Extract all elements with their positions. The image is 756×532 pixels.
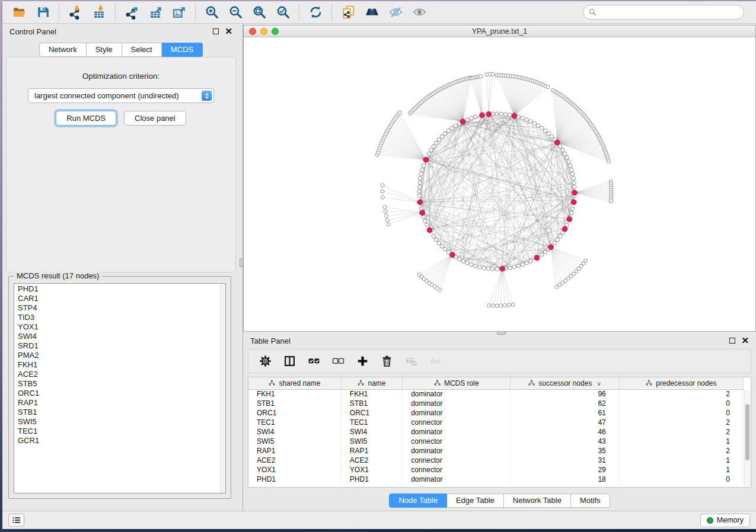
tab-network-table[interactable]: Network Table xyxy=(504,493,571,508)
network-leaf-node[interactable] xyxy=(381,196,384,199)
network-dominator-node[interactable] xyxy=(572,190,578,196)
open-file-button[interactable] xyxy=(7,3,31,22)
network-node[interactable] xyxy=(461,259,465,263)
network-node[interactable] xyxy=(495,112,499,116)
network-leaf-node[interactable] xyxy=(398,111,401,114)
network-leaf-node[interactable] xyxy=(511,303,515,306)
mcds-result-item[interactable]: YOX1 xyxy=(15,322,219,332)
mcds-result-item[interactable]: STB1 xyxy=(15,408,219,417)
optimization-criterion-select[interactable]: largest connected component (undirected) xyxy=(28,88,214,103)
window-zoom-icon[interactable] xyxy=(272,28,279,35)
network-leaf-node[interactable] xyxy=(507,303,511,307)
network-node[interactable] xyxy=(450,126,454,130)
deselect-all-button[interactable] xyxy=(331,354,345,368)
table-row[interactable]: STB1STB1dominator620 xyxy=(248,399,744,408)
network-leaf-node[interactable] xyxy=(503,304,506,307)
network-node[interactable] xyxy=(440,244,444,248)
first-neighbors-button[interactable] xyxy=(360,3,384,22)
network-node[interactable] xyxy=(474,115,477,118)
network-dominator-node[interactable] xyxy=(450,252,455,258)
network-node[interactable] xyxy=(561,148,564,152)
table-row[interactable]: ACE2ACE2connector311 xyxy=(248,456,744,465)
clone-network-button[interactable] xyxy=(336,3,360,22)
network-node[interactable] xyxy=(529,120,532,123)
network-node[interactable] xyxy=(419,172,423,176)
network-node[interactable] xyxy=(432,235,435,238)
column-header-predecessor-nodes[interactable]: predecessor nodes xyxy=(619,377,743,389)
table-row[interactable]: PHD1PHD1dominator180 xyxy=(248,475,744,484)
table-splitter-handle[interactable] xyxy=(497,331,506,335)
tab-motifs[interactable]: Motifs xyxy=(571,493,610,508)
mcds-result-item[interactable]: SWI5 xyxy=(15,417,219,427)
network-node[interactable] xyxy=(482,266,486,270)
mcds-result-list[interactable]: PHD1CAR1STP4TID3YOX1SWI4SRD1PMA2FKH1ACE2… xyxy=(14,283,226,493)
network-node[interactable] xyxy=(495,267,499,271)
network-node[interactable] xyxy=(543,129,547,132)
network-node[interactable] xyxy=(572,181,576,184)
network-node[interactable] xyxy=(525,261,528,265)
import-network-button[interactable] xyxy=(63,3,87,22)
mcds-result-item[interactable]: PHD1 xyxy=(15,284,219,294)
network-node[interactable] xyxy=(474,264,477,268)
network-node[interactable] xyxy=(571,172,575,176)
mcds-result-item[interactable]: FKH1 xyxy=(15,360,219,370)
network-node[interactable] xyxy=(543,250,547,254)
network-node[interactable] xyxy=(417,185,421,188)
network-node[interactable] xyxy=(503,113,507,116)
network-dominator-node[interactable] xyxy=(512,113,517,118)
network-leaf-node[interactable] xyxy=(381,184,384,187)
network-node[interactable] xyxy=(457,257,461,261)
network-node[interactable] xyxy=(425,223,429,227)
close-panel-icon[interactable]: ✕ xyxy=(225,28,232,34)
mcds-result-item[interactable]: RAP1 xyxy=(15,398,219,408)
network-node[interactable] xyxy=(553,241,556,245)
mcds-result-item[interactable]: STP4 xyxy=(15,303,219,313)
network-dominator-node[interactable] xyxy=(555,140,560,145)
network-canvas[interactable] xyxy=(244,37,755,331)
mcds-result-item[interactable]: PMA2 xyxy=(15,351,219,360)
network-node[interactable] xyxy=(440,134,444,138)
network-node[interactable] xyxy=(422,215,425,219)
network-node[interactable] xyxy=(454,124,457,127)
network-node[interactable] xyxy=(422,164,425,168)
network-node[interactable] xyxy=(478,265,481,269)
network-node[interactable] xyxy=(559,145,562,148)
zoom-in-button[interactable] xyxy=(200,3,224,22)
network-node[interactable] xyxy=(536,124,540,127)
network-node[interactable] xyxy=(419,177,422,180)
network-node[interactable] xyxy=(427,152,430,155)
network-node[interactable] xyxy=(556,238,559,241)
network-leaf-node[interactable] xyxy=(479,75,483,78)
network-node[interactable] xyxy=(490,267,494,271)
select-all-button[interactable] xyxy=(307,354,321,368)
network-dominator-node[interactable] xyxy=(427,227,432,233)
table-row[interactable]: YOX1YOX1connector291 xyxy=(248,465,744,475)
network-leaf-node[interactable] xyxy=(495,304,499,307)
network-dominator-node[interactable] xyxy=(486,111,492,117)
network-dominator-node[interactable] xyxy=(417,200,423,205)
close-panel-button[interactable]: Close panel xyxy=(124,111,186,126)
network-node[interactable] xyxy=(434,238,438,241)
network-leaf-node[interactable] xyxy=(417,273,421,276)
network-dominator-node[interactable] xyxy=(420,210,425,216)
network-node[interactable] xyxy=(568,164,572,168)
network-node[interactable] xyxy=(420,168,424,172)
memory-button[interactable]: Memory xyxy=(700,514,750,527)
column-header-successor-nodes[interactable]: successor nodes∨ xyxy=(511,377,619,389)
mcds-result-item[interactable]: GCR1 xyxy=(15,436,219,446)
mcds-result-item[interactable]: TID3 xyxy=(15,313,219,322)
mcds-result-item[interactable]: CAR1 xyxy=(15,294,219,303)
network-node[interactable] xyxy=(532,121,536,125)
network-node[interactable] xyxy=(567,160,570,164)
table-row[interactable]: RAP1RAP1dominator352 xyxy=(248,446,744,456)
network-node[interactable] xyxy=(444,247,447,251)
network-node[interactable] xyxy=(423,219,427,223)
network-dominator-node[interactable] xyxy=(423,157,429,162)
network-leaf-node[interactable] xyxy=(383,206,387,209)
close-table-panel-icon[interactable]: ✕ xyxy=(741,338,749,344)
network-node[interactable] xyxy=(432,145,435,148)
column-header-name[interactable]: name xyxy=(341,377,402,389)
network-node[interactable] xyxy=(437,241,441,245)
network-node[interactable] xyxy=(446,250,450,254)
network-node[interactable] xyxy=(508,113,512,117)
